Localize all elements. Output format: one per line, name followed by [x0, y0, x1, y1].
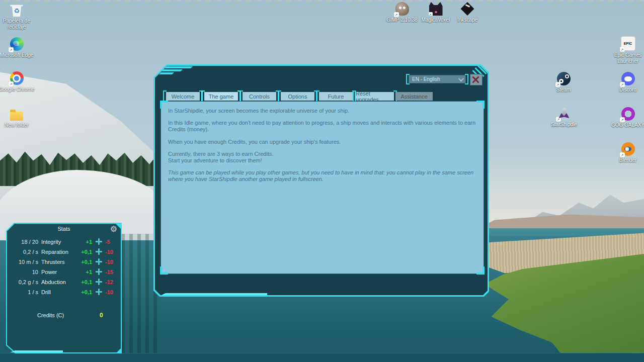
desktop-icon-new-folder[interactable]: New folder: [0, 109, 36, 128]
recycle-glyph: ♻: [14, 7, 20, 15]
tab-welcome[interactable]: Welcome: [166, 92, 200, 101]
shortcut-arrow-icon: [9, 81, 14, 86]
shortcut-arrow-icon: [620, 117, 625, 122]
steam-icon: [557, 72, 571, 85]
desktop-icon-epic-games[interactable]: EPIC Epic Games Launcher: [608, 36, 644, 64]
shortcut-arrow-icon: [620, 152, 625, 157]
stat-cost: -15: [104, 269, 118, 275]
recycle-bin-icon: ♻: [10, 3, 24, 17]
corner-bracket: [160, 101, 168, 109]
icon-label: Blender: [619, 157, 636, 163]
upgrade-plus-button[interactable]: [96, 238, 102, 245]
stat-label: Reparation: [41, 249, 77, 255]
magicavoxel-icon: [429, 2, 443, 16]
stat-cost: -10: [104, 259, 118, 265]
blender-icon: [621, 142, 635, 156]
stat-gain: +0,1: [77, 279, 94, 285]
stat-label: Power: [41, 269, 77, 275]
close-button[interactable]: [470, 74, 482, 85]
desktop-icon-steam[interactable]: Steam: [544, 72, 583, 93]
stat-label: Drill: [41, 289, 77, 295]
stat-label: Integrity: [41, 239, 77, 245]
paragraph-line: Start your adventure to discover them!: [168, 157, 262, 163]
corner-decoration: [165, 66, 193, 68]
upgrade-plus-button[interactable]: [96, 268, 102, 275]
shortcut-arrow-icon: [459, 12, 464, 17]
gear-icon[interactable]: ⚙: [110, 224, 117, 234]
stat-gain: +1: [77, 239, 94, 245]
stat-cost: -10: [104, 249, 118, 255]
chevron-down-icon: [458, 75, 464, 81]
game-window: EN - English Welcome The game Controls O…: [153, 64, 489, 297]
icon-label: Steam: [556, 87, 571, 93]
game-description-text: In StarShipdle, your screen becomes the …: [168, 108, 477, 189]
desktop-icon-starshipdle[interactable]: StarShipdle: [544, 107, 584, 128]
desktop-icon-discord[interactable]: Discord: [608, 72, 644, 93]
stat-gain: +0,1: [77, 249, 94, 255]
stat-value: 18 / 20: [12, 239, 41, 245]
discord-icon: [621, 72, 635, 85]
tab-label: Reset upgrades: [356, 90, 394, 103]
corner-decoration: [159, 72, 174, 74]
stat-value: 10 m / s: [12, 259, 41, 265]
icon-label: New folder: [5, 122, 29, 128]
shortcut-arrow-icon: [620, 47, 625, 52]
tab-content-panel: In StarShipdle, your screen becomes the …: [160, 101, 484, 274]
edge-icon: [10, 37, 24, 51]
bottom-edge-decoration: [162, 293, 267, 295]
gimp-icon: [395, 2, 409, 16]
tab-controls[interactable]: Controls: [243, 92, 276, 101]
desktop-icon-recycle-bin[interactable]: ♻ Papelera de reciclaje: [0, 3, 36, 30]
upgrade-plus-button[interactable]: [96, 248, 102, 255]
tab-label: Assistance: [400, 94, 427, 100]
epic-logo-text: EPIC: [624, 42, 632, 45]
upgrade-plus-button[interactable]: [96, 289, 102, 295]
desktop-icon-edge[interactable]: Microsoft Edge: [0, 37, 36, 58]
inkscape-icon: [461, 2, 474, 16]
tab-label: Options: [288, 94, 307, 100]
chrome-icon: [10, 71, 24, 85]
shortcut-arrow-icon: [620, 82, 625, 87]
desktop-icon-blender[interactable]: Blender: [608, 142, 644, 163]
tab-label: The game: [209, 94, 234, 100]
corner-decoration: [117, 348, 121, 352]
icon-label: Discord: [619, 87, 636, 93]
shortcut-arrow-icon: [394, 12, 399, 17]
tab-the-game[interactable]: The game: [204, 92, 238, 101]
paragraph: In this Idle game, where you don't need …: [168, 120, 477, 133]
gog-galaxy-icon: [621, 107, 635, 121]
folder-icon: [10, 112, 23, 121]
icon-label: Epic Games Launcher: [608, 52, 644, 64]
tab-reset-upgrades[interactable]: Reset upgrades: [356, 92, 394, 101]
language-dropdown-value: EN - English: [412, 76, 458, 82]
corner-bracket: [476, 266, 485, 275]
upgrade-plus-button[interactable]: [96, 258, 102, 265]
paragraph-italic: This game can be played while you play o…: [168, 169, 477, 183]
paragraph: When you have enough Credits, you can up…: [168, 139, 477, 145]
stat-value: 0,2 / s: [12, 249, 41, 255]
starshipdle-icon: [557, 107, 571, 120]
bottom-edge-decoration: [10, 350, 63, 352]
tab-options[interactable]: Options: [281, 92, 314, 101]
shortcut-arrow-icon: [556, 117, 561, 122]
stat-label: Thrusters: [41, 259, 77, 265]
shortcut-arrow-icon: [555, 82, 560, 87]
desktop-icon-gog-galaxy[interactable]: GOG GALAXY: [608, 107, 644, 128]
tab-label: Controls: [249, 94, 270, 100]
tab-future[interactable]: Future: [319, 92, 353, 101]
credits-value: 0: [100, 312, 103, 319]
screenshot-artifact-strip: [0, 0, 644, 2]
credits-label: Credits (C): [37, 312, 64, 318]
tab-label: Welcome: [172, 94, 195, 100]
stats-panel: Stats ⚙ 18 / 20 Integrity +1 -5 0,2 / s …: [6, 223, 122, 353]
language-dropdown[interactable]: EN - English: [409, 75, 466, 83]
desktop-icon-inkscape[interactable]: Inkscape: [448, 2, 487, 23]
paragraph: Currently, there are 3 ways to earn Cred…: [168, 151, 477, 164]
stat-value: 1 / s: [12, 289, 41, 295]
icon-label: StarShipdle: [551, 122, 577, 128]
upgrade-plus-button[interactable]: [96, 279, 102, 285]
tab-label: Future: [328, 94, 344, 100]
icon-label: Microsoft Edge: [0, 52, 33, 58]
icon-label: Papelera de reciclaje: [0, 18, 36, 30]
desktop-icon-chrome[interactable]: Google Chrome: [0, 71, 36, 93]
